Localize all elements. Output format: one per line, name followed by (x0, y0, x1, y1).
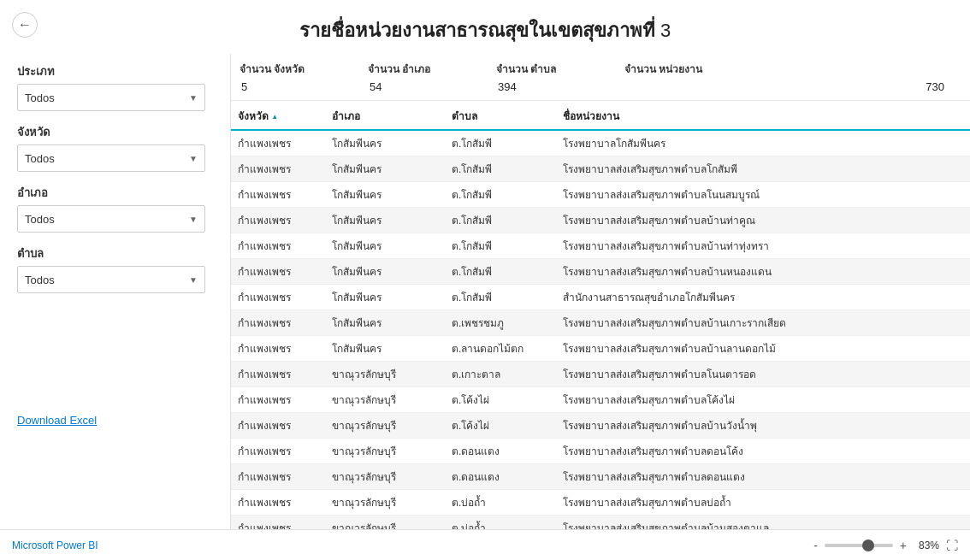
table-cell-2-3: โรงพยาบาลส่งเสริมสุขภาพตำบลโนนสมบูรณ์ (556, 182, 970, 208)
table-cell-9-2: ต.เกาะตาล (445, 362, 556, 387)
table-cell-6-3: สำนักงานสาธารณสุขอำเภอโกสัมพีนคร (556, 285, 970, 310)
table-cell-5-1: โกสัมพีนคร (325, 259, 445, 285)
filter-value-category: Todos (25, 91, 55, 104)
chevron-down-icon: ▼ (189, 93, 198, 103)
page-container: ← รายชื่อหน่วยงานสาธารณสุขในเขตสุขภาพที่… (0, 0, 970, 560)
table-cell-11-2: ต.โค้งไผ่ (445, 413, 556, 439)
table-cell-12-3: โรงพยาบาลส่งเสริมสุขภาพตำบลดอนโค้ง (556, 439, 970, 464)
filter-value-amphoe: Todos (25, 213, 55, 226)
table-cell-13-2: ต.ดอนแตง (445, 464, 556, 490)
data-table-wrapper[interactable]: จังหวัด ▲ อำเภอ ตำบล ชื่อหน่วยงาน (231, 101, 970, 529)
table-cell-8-1: โกสัมพีนคร (325, 336, 445, 362)
powerbi-link[interactable]: Microsoft Power BI (12, 539, 98, 551)
table-cell-9-3: โรงพยาบาลส่งเสริมสุขภาพตำบลโนนตารอด (556, 362, 970, 387)
table-cell-1-2: ต.โกสัมพี (445, 156, 556, 182)
table-row: กำแพงเพชรโกสัมพีนครต.เพชรชมภูโรงพยาบาลส่… (231, 310, 970, 336)
filter-label-category: ประเภท (17, 62, 213, 80)
table-cell-12-2: ต.ดอนแตง (445, 439, 556, 464)
summary-val-unit: 730 (624, 80, 961, 93)
table-cell-10-3: โรงพยาบาลส่งเสริมสุขภาพตำบลโค้งไผ่ (556, 387, 970, 413)
table-cell-4-0: กำแพงเพชร (231, 233, 325, 259)
table-row: กำแพงเพชรโกสัมพีนครต.โกสัมพีสำนักงานสาธา… (231, 285, 970, 310)
filter-label-tambon: ตำบล (17, 245, 213, 262)
table-cell-5-2: ต.โกสัมพี (445, 259, 556, 285)
table-cell-10-0: กำแพงเพชร (231, 387, 325, 413)
table-cell-2-0: กำแพงเพชร (231, 182, 325, 208)
table-row: กำแพงเพชรโกสัมพีนครต.โกสัมพีโรงพยาบาลส่ง… (231, 259, 970, 285)
table-row: กำแพงเพชรขาณุวรลักษบุรีต.ดอนแตงโรงพยาบาล… (231, 464, 970, 490)
summary-col3-header: จำนวน ตำบล (496, 61, 624, 79)
table-cell-15-3: โรงพยาบาลส่งเสริมสุขภาพตำบลบ้านสองตาแล (556, 516, 970, 530)
table-cell-11-1: ขาณุวรลักษบุรี (325, 413, 445, 439)
table-cell-13-1: ขาณุวรลักษบุรี (325, 464, 445, 490)
table-cell-5-3: โรงพยาบาลส่งเสริมสุขภาพตำบลบ้านหนองแดน (556, 259, 970, 285)
table-cell-7-1: โกสัมพีนคร (325, 310, 445, 336)
filter-group-amphoe: อำเภอ Todos ▼ (17, 184, 213, 233)
back-button[interactable]: ← (12, 12, 38, 38)
table-cell-15-2: ต.บ่อถ้ำ (445, 516, 556, 530)
table-cell-14-2: ต.บ่อถ้ำ (445, 490, 556, 516)
zoom-slider[interactable] (825, 544, 893, 547)
table-cell-2-1: โกสัมพีนคร (325, 182, 445, 208)
table-cell-8-2: ต.ลานดอกไม้ตก (445, 336, 556, 362)
summary-val-tambon: 394 (496, 80, 624, 93)
table-cell-0-3: โรงพยาบาลโกสัมพีนคร (556, 130, 970, 156)
table-cell-0-0: กำแพงเพชร (231, 130, 325, 156)
table-cell-1-0: กำแพงเพชร (231, 156, 325, 182)
col3-label: ตำบล (452, 110, 477, 122)
title-number: 3 (660, 20, 671, 41)
table-row: กำแพงเพชรโกสัมพีนครต.ลานดอกไม้ตกโรงพยาบา… (231, 336, 970, 362)
main-content: ประเภท Todos ▼ จังหวัด Todos ▼ อำเภอ Tod… (0, 54, 970, 529)
filter-label-province: จังหวัด (17, 123, 213, 141)
table-cell-3-2: ต.โกสัมพี (445, 208, 556, 233)
table-cell-1-1: โกสัมพีนคร (325, 156, 445, 182)
filter-group-category: ประเภท Todos ▼ (17, 62, 213, 111)
col-header-tambon[interactable]: ตำบล (445, 101, 556, 130)
zoom-percent-label: 83% (914, 539, 939, 551)
table-row: กำแพงเพชรโกสัมพีนครต.โกสัมพีโรงพยาบาลส่ง… (231, 233, 970, 259)
table-cell-4-1: โกสัมพีนคร (325, 233, 445, 259)
filter-select-province[interactable]: Todos ▼ (17, 144, 205, 172)
zoom-minus-button[interactable]: - (813, 539, 818, 552)
table-cell-1-3: โรงพยาบาลส่งเสริมสุขภาพตำบลโกสัมพี (556, 156, 970, 182)
table-cell-7-3: โรงพยาบาลส่งเสริมสุขภาพตำบลบ้านเกาะรากเส… (556, 310, 970, 336)
table-cell-15-0: กำแพงเพชร (231, 516, 325, 530)
table-cell-11-0: กำแพงเพชร (231, 413, 325, 439)
summary-col4-header: จำนวน หน่วยงาน (624, 61, 961, 79)
table-row: กำแพงเพชรขาณุวรลักษบุรีต.บ่อถ้ำโรงพยาบาล… (231, 490, 970, 516)
table-body: กำแพงเพชรโกสัมพีนครต.โกสัมพีโรงพยาบาลโกส… (231, 130, 970, 529)
table-cell-13-3: โรงพยาบาลส่งเสริมสุขภาพตำบลดอนแตง (556, 464, 970, 490)
table-cell-3-3: โรงพยาบาลส่งเสริมสุขภาพตำบลบ้านท่าคูณ (556, 208, 970, 233)
zoom-plus-button[interactable]: + (900, 539, 907, 552)
table-header-row: จังหวัด ▲ อำเภอ ตำบล ชื่อหน่วยงาน (231, 101, 970, 130)
filter-label-amphoe: อำเภอ (17, 184, 213, 202)
back-icon: ← (18, 17, 32, 32)
table-row: กำแพงเพชรขาณุวรลักษบุรีต.โค้งไผ่โรงพยาบา… (231, 413, 970, 439)
table-cell-3-0: กำแพงเพชร (231, 208, 325, 233)
table-cell-0-2: ต.โกสัมพี (445, 130, 556, 156)
data-table: จังหวัด ▲ อำเภอ ตำบล ชื่อหน่วยงาน (231, 101, 970, 529)
title-text: รายชื่อหน่วยงานสาธารณสุขในเขตสุขภาพที่ (299, 20, 655, 41)
bottom-bar: Microsoft Power BI - + 83% ⛶ (0, 529, 970, 560)
col2-label: อำเภอ (332, 110, 360, 122)
filter-select-tambon[interactable]: Todos ▼ (17, 266, 205, 293)
download-excel-link[interactable]: Download Excel (17, 397, 97, 427)
filter-value-province: Todos (25, 152, 55, 165)
fit-page-icon[interactable]: ⛶ (946, 539, 958, 552)
summary-val-amphoe: 54 (368, 80, 496, 93)
table-cell-14-3: โรงพยาบาลส่งเสริมสุขภาพตำบลบ่อถ้ำ (556, 490, 970, 516)
table-cell-7-0: กำแพงเพชร (231, 310, 325, 336)
table-cell-5-0: กำแพงเพชร (231, 259, 325, 285)
summary-col1-header: จำนวน จังหวัด (240, 61, 368, 79)
filter-select-category[interactable]: Todos ▼ (17, 84, 205, 111)
filter-select-amphoe[interactable]: Todos ▼ (17, 205, 205, 233)
col1-label: จังหวัด (238, 110, 269, 122)
filter-group-tambon: ตำบล Todos ▼ (17, 245, 213, 293)
col-header-unit[interactable]: ชื่อหน่วยงาน (556, 101, 970, 130)
summary-col2-header: จำนวน อำเภอ (368, 61, 496, 79)
zoom-slider-thumb (862, 539, 874, 551)
table-cell-14-0: กำแพงเพชร (231, 490, 325, 516)
col-header-changwat[interactable]: จังหวัด ▲ (231, 101, 325, 130)
col-header-amphoe[interactable]: อำเภอ (325, 101, 445, 130)
table-cell-8-0: กำแพงเพชร (231, 336, 325, 362)
